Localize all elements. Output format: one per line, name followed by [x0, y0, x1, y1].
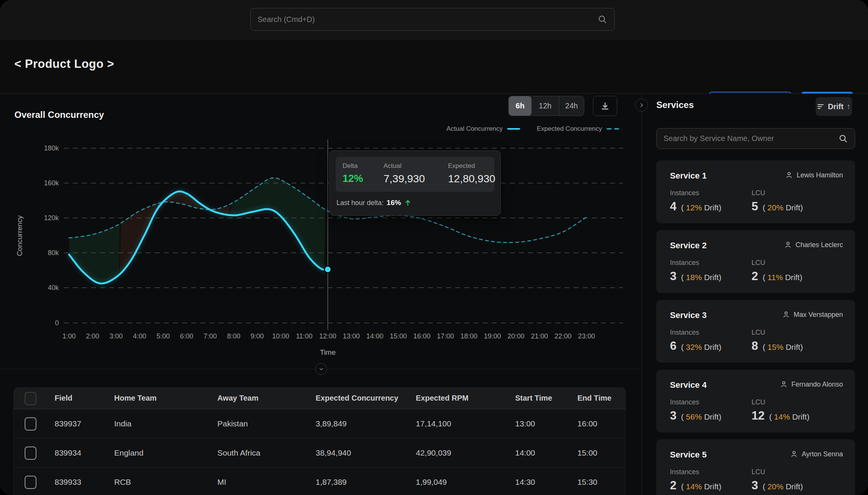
- x-tick-label: 23:00: [578, 332, 595, 340]
- x-tick-label: 11:00: [296, 332, 313, 340]
- drift-sort-button[interactable]: Drift ↑: [816, 97, 852, 116]
- column-header: Expected Concurrency: [316, 394, 398, 403]
- tooltip-expected-label: Expected: [448, 162, 495, 170]
- metric-label: Instances: [670, 259, 699, 267]
- global-search-input[interactable]: [251, 8, 598, 30]
- concurrency-chart[interactable]: 040k80k120k160k180k1:002:003:004:005:006…: [0, 136, 641, 379]
- metric-label: Instances: [670, 468, 699, 476]
- tooltip-delta: Delta 12%: [343, 162, 363, 185]
- x-tick-label: 14:00: [366, 332, 383, 340]
- metric-label: Instances: [670, 329, 699, 337]
- table-row[interactable]: 839934EnglandSouth Africa38,94,94042,90,…: [14, 439, 625, 468]
- service-owner: Lewis Hamilton: [785, 171, 843, 179]
- metric-value: 8( 15% Drift): [752, 339, 803, 353]
- x-tick-label: 12:00: [319, 332, 336, 340]
- service-name: Service 5: [670, 450, 707, 460]
- time-range-toggle[interactable]: 6h12h24h: [508, 96, 584, 116]
- chart-panel: Overall Concurrency 6h12h24h Actual Conc…: [0, 94, 641, 495]
- services-search-input[interactable]: [657, 128, 838, 149]
- cell-rpm: 17,14,100: [416, 419, 451, 428]
- collapse-panel-button[interactable]: [635, 99, 648, 111]
- app-root: < Product Logo > Onboard Service Scale A…: [0, 0, 868, 495]
- metric-value: 4( 12% Drift): [670, 200, 721, 213]
- chart-legend: Actual Concurrency Expected Concurrency: [447, 125, 619, 133]
- legend-actual-swatch: [507, 128, 520, 130]
- range-option-24h[interactable]: 24h: [559, 96, 584, 116]
- y-tick-label: 40k: [48, 284, 59, 291]
- metric-label: Instances: [670, 398, 699, 406]
- tooltip-expected: Expected 12,80,930: [448, 162, 495, 185]
- cell-start: 13:00: [515, 419, 535, 428]
- x-tick-label: 21:00: [531, 332, 548, 340]
- metric-value: 5( 20% Drift): [752, 200, 803, 213]
- metric-label: LCU: [752, 189, 765, 197]
- tooltip-expected-value: 12,80,930: [448, 173, 495, 185]
- service-name: Service 4: [670, 380, 707, 390]
- column-header: Expected RPM: [416, 394, 469, 403]
- search-icon: [838, 134, 848, 143]
- x-tick-label: 4:00: [133, 332, 146, 340]
- table-row[interactable]: 839933RCBMI1,87,3891,99,04914:3015:30: [14, 468, 625, 495]
- cell-end: 15:00: [577, 448, 598, 457]
- column-header: End Time: [577, 394, 612, 403]
- column-header: Start Time: [515, 394, 552, 403]
- fill-expected-above: [230, 178, 326, 269]
- global-search[interactable]: [250, 8, 615, 31]
- tooltip-last-hour-label: Last hour delta:: [337, 199, 384, 207]
- metric-label: LCU: [752, 468, 765, 476]
- service-owner: Max Verstappen: [782, 310, 843, 319]
- x-tick-label: 5:00: [156, 332, 170, 340]
- service-card[interactable]: Service 1Lewis HamiltonInstances4( 12% D…: [656, 160, 855, 223]
- table-row[interactable]: 839937IndiaPakistan3,89,84917,14,10013:0…: [14, 409, 625, 439]
- metric-label: LCU: [752, 329, 765, 337]
- service-name: Service 2: [670, 241, 707, 251]
- cell-field: 839934: [55, 448, 81, 457]
- select-all-checkbox[interactable]: [25, 392, 36, 405]
- x-tick-label: 18:00: [460, 332, 477, 340]
- download-button[interactable]: [593, 96, 617, 116]
- y-tick-label: 160k: [44, 179, 59, 187]
- service-owner: Charles Leclerc: [784, 241, 843, 249]
- service-name: Service 3: [670, 310, 707, 320]
- person-icon: [782, 310, 790, 319]
- metric-label: LCU: [752, 259, 765, 267]
- person-icon: [780, 380, 788, 388]
- range-option-6h[interactable]: 6h: [509, 96, 531, 116]
- range-option-12h[interactable]: 12h: [531, 96, 559, 116]
- legend-expected-label: Expected Concurrency: [537, 125, 602, 133]
- chart-title: Overall Concurrency: [14, 110, 104, 120]
- tooltip-actual: Actual 7,39,930: [384, 162, 425, 185]
- services-search[interactable]: [656, 128, 855, 149]
- services-title: Services: [656, 100, 694, 110]
- row-checkbox[interactable]: [25, 417, 36, 431]
- current-point-marker: [324, 266, 331, 273]
- service-card[interactable]: Service 3Max VerstappenInstances6( 32% D…: [656, 300, 855, 363]
- cell-away: South Africa: [217, 448, 260, 457]
- cell-start: 14:30: [515, 478, 535, 487]
- service-owner: Fernando Alonso: [780, 380, 843, 388]
- service-card[interactable]: Service 4Fernando AlonsoInstances3( 56% …: [656, 370, 855, 432]
- cell-home: RCB: [114, 478, 131, 487]
- tooltip-delta-label: Delta: [343, 162, 363, 170]
- chevron-down-icon: [318, 366, 324, 372]
- cell-concurrency: 3,89,849: [316, 419, 347, 428]
- x-tick-label: 10:00: [272, 332, 289, 340]
- cell-end: 15:30: [577, 478, 598, 487]
- expand-table-button[interactable]: [315, 363, 327, 375]
- service-card[interactable]: Service 5Ayrton SennaInstances2( 14% Dri…: [656, 439, 855, 495]
- x-tick-label: 22:00: [554, 332, 571, 340]
- cell-field: 839933: [55, 478, 81, 487]
- row-checkbox[interactable]: [25, 476, 36, 489]
- sort-up-arrow-icon: ↑: [846, 102, 851, 111]
- sort-icon: [817, 103, 825, 110]
- y-tick-label: 120k: [44, 214, 59, 222]
- header: < Product Logo > Onboard Service Scale A…: [0, 40, 868, 94]
- tooltip-delta-value: 12%: [343, 173, 363, 185]
- metric-value: 12( 14% Drift): [752, 409, 810, 423]
- service-card[interactable]: Service 2Charles LeclercInstances3( 18% …: [656, 230, 855, 293]
- metric-label: Instances: [670, 189, 699, 197]
- y-tick-label: 180k: [44, 144, 59, 152]
- column-header: Field: [55, 394, 72, 403]
- row-checkbox[interactable]: [25, 446, 36, 460]
- x-tick-label: 1:00: [62, 332, 75, 340]
